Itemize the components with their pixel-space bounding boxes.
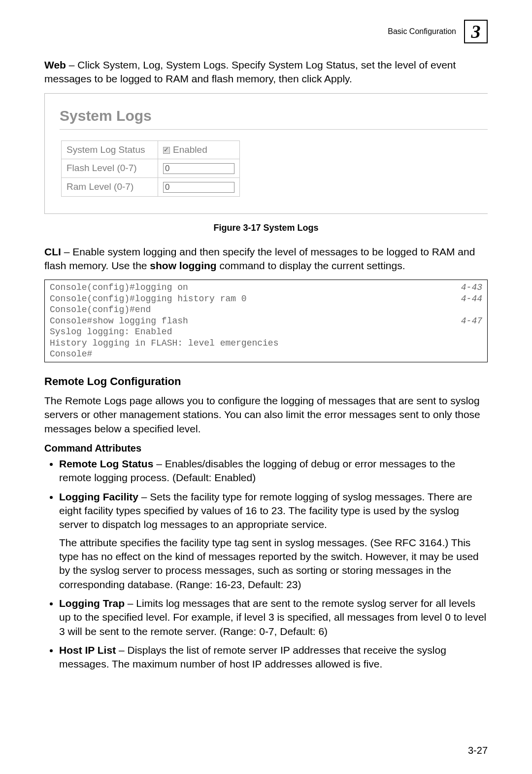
cli-command: show logging [150,260,216,271]
cli-line: Console(config)#end [50,304,482,316]
web-text: – Click System, Log, System Logs. Specif… [44,59,456,84]
web-paragraph: Web – Click System, Log, System Logs. Sp… [44,58,488,86]
row-flash-level: Flash Level (0-7) 0 [62,159,240,177]
ram-level-input[interactable]: 0 [163,182,234,193]
list-item: Host IP List – Displays the list of remo… [59,643,488,671]
cli-line: Console#show logging flash4-47 [50,316,482,327]
list-item: Remote Log Status – Enables/disables the… [59,457,488,485]
enabled-checkbox-label: Enabled [173,144,207,155]
screenshot-title: System Logs [60,107,488,124]
list-item: Logging Trap – Limits log messages that … [59,597,488,638]
command-attributes-heading: Command Attributes [44,443,488,454]
system-log-status-label: System Log Status [62,141,158,159]
header-title: Basic Configuration [388,27,456,36]
cli-paragraph: CLI – Enable system logging and then spe… [44,245,488,273]
ram-level-label: Ram Level (0-7) [62,177,158,196]
page-header: Basic Configuration 3 [44,20,488,43]
list-item: Logging Facility – Sets the facility typ… [59,490,488,592]
flash-level-label: Flash Level (0-7) [62,159,158,177]
remote-log-heading: Remote Log Configuration [44,375,488,388]
cli-tail: command to display the current settings. [217,260,405,271]
page-number: 3-27 [468,745,488,756]
enabled-checkbox[interactable] [163,147,170,154]
row-ram-level: Ram Level (0-7) 0 [62,177,240,196]
divider [60,129,488,130]
system-logs-form: System Log Status Enabled Flash Level (0… [61,141,240,197]
cli-output: Console(config)#logging on4-43 Console(c… [44,280,488,362]
cli-prefix: CLI [44,246,61,257]
command-attributes-list: Remote Log Status – Enables/disables the… [44,457,488,671]
cli-line: Console# [50,349,482,360]
row-system-log-status: System Log Status Enabled [62,141,240,159]
chapter-number-icon: 3 [464,20,488,43]
cli-line: Syslog logging: Enabled [50,326,482,338]
cli-line: Console(config)#logging on4-43 [50,282,482,293]
web-prefix: Web [44,59,66,70]
cli-line: Console(config)#logging history ram 04-4… [50,293,482,305]
cli-line: History logging in FLASH: level emergenc… [50,338,482,349]
flash-level-input[interactable]: 0 [163,163,234,174]
figure-caption: Figure 3-17 System Logs [44,223,488,233]
system-logs-screenshot: System Logs System Log Status Enabled Fl… [44,93,488,214]
remote-log-intro: The Remote Logs page allows you to confi… [44,394,488,436]
